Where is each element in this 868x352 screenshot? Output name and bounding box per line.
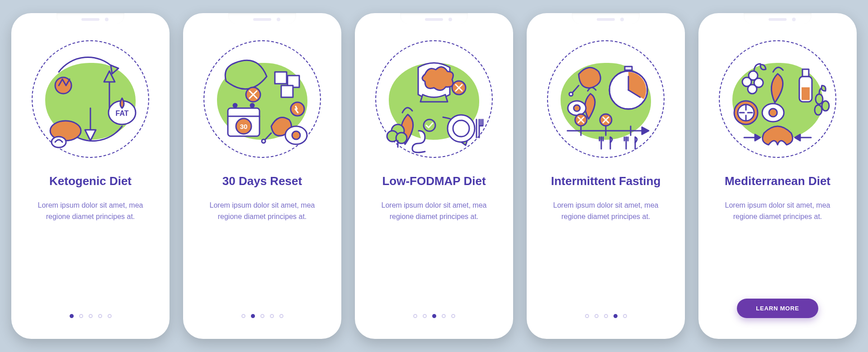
svg-point-69 (769, 109, 777, 117)
onboarding-card-keto: FAT Ketogenic Diet Lorem ipsum dolor sit… (11, 13, 170, 339)
svg-point-65 (815, 105, 822, 115)
fodmap-illustration-icon (375, 40, 493, 158)
page-dot[interactable] (423, 314, 427, 318)
onboarding-card-fodmap: Low-FODMAP Diet Lorem ipsum dolor sit am… (355, 13, 513, 339)
svg-text:FAT: FAT (115, 109, 128, 117)
slide-description: Lorem ipsum dolor sit amet, mea regione … (199, 200, 326, 223)
slide-title: Intermittent Fasting (551, 174, 661, 188)
svg-point-44 (574, 105, 580, 111)
svg-line-22 (265, 133, 271, 140)
phone-notch (572, 13, 640, 24)
onboarding-card-fasting: Intermittent Fasting Lorem ipsum dolor s… (527, 13, 685, 339)
page-indicator (585, 314, 627, 328)
svg-rect-13 (281, 86, 293, 97)
fasting-illustration-icon (547, 40, 665, 158)
svg-point-25 (292, 131, 300, 139)
svg-point-42 (569, 92, 573, 96)
slide-description: Lorem ipsum dolor sit amet, mea regione … (714, 200, 841, 223)
phone-notch (744, 13, 811, 24)
svg-marker-8 (85, 130, 96, 141)
svg-rect-61 (802, 69, 809, 76)
slide-title: 30 Days Reset (222, 174, 302, 188)
page-indicator (70, 314, 112, 328)
svg-rect-40 (625, 67, 632, 70)
svg-point-28 (448, 115, 475, 142)
page-dot[interactable] (432, 314, 436, 318)
page-dot[interactable] (89, 314, 93, 318)
svg-point-59 (748, 85, 757, 94)
page-dot[interactable] (98, 314, 102, 318)
page-dot[interactable] (270, 314, 274, 318)
slide-title: Ketogenic Diet (49, 174, 132, 188)
svg-point-17 (233, 104, 237, 107)
svg-line-41 (572, 86, 579, 93)
svg-point-63 (816, 94, 823, 104)
page-dot[interactable] (413, 314, 417, 318)
svg-text:30: 30 (240, 123, 248, 130)
page-dot[interactable] (260, 314, 264, 318)
svg-rect-62 (802, 87, 810, 100)
svg-marker-0 (111, 65, 118, 74)
page-dot[interactable] (442, 314, 446, 318)
page-indicator (241, 314, 283, 328)
slide-description: Lorem ipsum dolor sit amet, mea regione … (542, 200, 669, 223)
page-dot[interactable] (585, 314, 589, 318)
slide-title: Mediterranean Diet (725, 174, 830, 188)
page-dot[interactable] (613, 314, 618, 318)
page-dot[interactable] (241, 314, 245, 318)
page-dot[interactable] (251, 314, 255, 318)
svg-point-64 (822, 101, 829, 111)
page-dot[interactable] (623, 314, 627, 318)
phone-notch (400, 13, 468, 24)
page-dot[interactable] (70, 314, 74, 318)
svg-marker-46 (642, 127, 649, 134)
svg-marker-71 (755, 134, 760, 141)
page-dot[interactable] (108, 314, 112, 318)
svg-rect-11 (275, 72, 287, 84)
page-dot[interactable] (594, 314, 599, 318)
keto-illustration-icon: FAT (32, 40, 149, 158)
phone-notch (57, 13, 124, 24)
onboarding-card-mediterranean: Mediterranean Diet Lorem ipsum dolor sit… (698, 13, 857, 339)
mediterranean-illustration-icon (719, 40, 836, 158)
page-dot[interactable] (604, 314, 608, 318)
reset-illustration-icon: 30 (203, 40, 321, 158)
svg-marker-73 (795, 134, 800, 141)
phone-notch (228, 13, 296, 24)
onboarding-card-reset: 30 30 Days Reset Lorem ipsum dolor sit a… (183, 13, 341, 339)
page-dot[interactable] (451, 314, 455, 318)
svg-point-35 (424, 119, 435, 131)
slide-description: Lorem ipsum dolor sit amet, mea regione … (27, 200, 154, 223)
page-indicator (413, 314, 455, 328)
onboarding-row: FAT Ketogenic Diet Lorem ipsum dolor sit… (11, 13, 857, 339)
page-dot[interactable] (79, 314, 83, 318)
svg-point-18 (250, 104, 254, 107)
svg-point-23 (262, 139, 265, 143)
slide-title: Low-FODMAP Diet (382, 174, 486, 188)
svg-point-10 (52, 137, 66, 147)
slide-description: Lorem ipsum dolor sit amet, mea regione … (371, 200, 497, 223)
learn-more-button[interactable]: LEARN MORE (737, 299, 818, 318)
page-dot[interactable] (279, 314, 283, 318)
